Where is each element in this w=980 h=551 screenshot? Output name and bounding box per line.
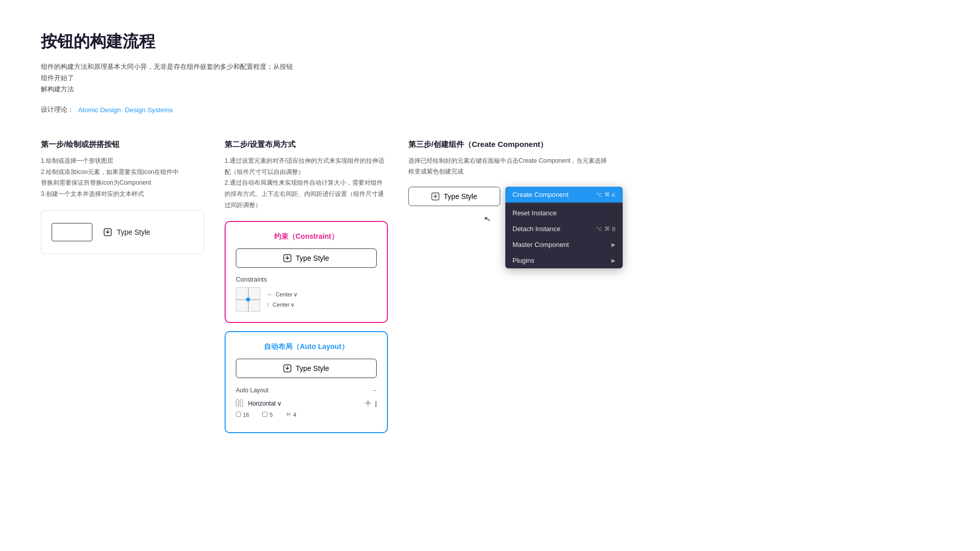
page-description: 组件的构建方法和原理基本大同小异，无非是存在组件嵌套的多少和配置程度；从按钮组件…: [41, 61, 296, 95]
steps-row: 第一步/绘制或拼搭按钮 1.绘制或选择一个形状图层 2.绘制或添加icon元素，…: [41, 140, 572, 441]
al-gap-value: 4: [293, 412, 296, 418]
menu-item-create-component[interactable]: Create Component ⌥ ⌘ K: [505, 187, 623, 203]
constraint-v-icon: ↕: [266, 301, 270, 308]
step1-desc-line2: 2.绘制或添加icon元素，如果需要实现icon在组件中替换则需要保证所替换ic…: [41, 167, 204, 189]
constraint-card: 约束（Constraint） Type Style Constraints: [225, 221, 388, 323]
menu-arrow-master: ▶: [611, 242, 616, 247]
al-top-icon: |: [375, 400, 377, 407]
step2-desc: 1.通过设置元素的对齐/适应拉伸的方式来实现组件的拉伸适配（组件尺寸可以自由调整…: [225, 156, 388, 211]
auto-layout-header: Auto Layout −: [236, 386, 377, 394]
step2-column: 第二步/设置布局方式 1.通过设置元素的对齐/适应拉伸的方式来实现组件的拉伸适配…: [225, 140, 388, 441]
al-spacing-icon: [365, 400, 371, 408]
menu-label-master-component: Master Component: [512, 241, 569, 248]
constraint-v-chevron: ∨: [290, 302, 295, 308]
al-field-height[interactable]: 5: [262, 412, 273, 418]
button-placeholder-box: [52, 223, 92, 241]
theory-label: 设计理论：: [41, 105, 74, 114]
type-style-label-step1: Type Style: [117, 228, 150, 236]
auto-layout-label: Auto Layout: [236, 387, 268, 394]
constraint-h-icon: ↔: [266, 291, 273, 298]
al-direction-chevron: ∨: [277, 400, 282, 407]
constraint-v-row: ↕ Center ∨: [266, 301, 298, 308]
al-direction-icon: [236, 399, 243, 408]
autolayout-card-title: 自动布局（Auto Layout）: [236, 342, 377, 352]
constraint-h-row: ↔ Center ∨: [266, 291, 298, 298]
type-style-button-step3[interactable]: Type Style: [408, 187, 500, 206]
menu-shortcut-detach: ⌥ ⌘ B: [596, 226, 616, 232]
step1-title: 第一步/绘制或拼搭按钮: [41, 140, 204, 149]
atomic-design-link[interactable]: Atomic Design: [78, 106, 121, 114]
b-key: B: [612, 226, 616, 232]
constraint-card-title: 约束（Constraint）: [236, 232, 377, 241]
al-field-gap[interactable]: 4: [286, 412, 296, 418]
page-title: 按钮的构建流程: [41, 31, 572, 53]
step1-column: 第一步/绘制或拼搭按钮 1.绘制或选择一个形状图层 2.绘制或添加icon元素，…: [41, 140, 204, 254]
constraint-h-chevron: ∨: [293, 291, 298, 298]
autolayout-btn-label: Type Style: [296, 364, 329, 372]
al-direction-label: Horizontal: [248, 400, 276, 407]
menu-label-create-component: Create Component: [512, 191, 569, 198]
al-values-row: 16 5: [236, 412, 377, 418]
al-height-icon: [262, 412, 267, 418]
type-style-button-constraint[interactable]: Type Style: [236, 248, 377, 268]
desc-line2: 解构建方法: [41, 85, 74, 93]
menu-item-plugins[interactable]: Plugins ▶: [505, 253, 623, 268]
menu-item-detach-instance[interactable]: Detach Instance ⌥ ⌘ B: [505, 221, 623, 237]
step3-button-area: Type Style Create Component ⌥ ⌘ K Re: [408, 187, 500, 206]
step1-desc-line3: 3.创建一个文本并选择对应的文本样式: [41, 189, 204, 200]
type-style-button-autolayout[interactable]: Type Style: [236, 359, 377, 378]
step1-desc-line1: 1.绘制或选择一个形状图层: [41, 156, 204, 167]
menu-item-master-component[interactable]: Master Component ▶: [505, 237, 623, 253]
k-key: K: [612, 192, 616, 198]
autolayout-card: 自动布局（Auto Layout） Type Style Auto Layout…: [225, 331, 388, 433]
cursor-pointer: ↖: [483, 214, 492, 225]
auto-layout-section: Auto Layout − Horizontal ∨: [236, 386, 377, 418]
svg-rect-6: [263, 412, 267, 417]
constraint-v-select[interactable]: Center ∨: [273, 302, 295, 308]
step2-desc-line1: 1.通过设置元素的对齐/适应拉伸的方式来实现组件的拉伸适配（组件尺寸可以自由调整…: [225, 156, 388, 178]
al-direction-value[interactable]: Horizontal ∨: [248, 400, 282, 407]
page-container: 按钮的构建流程 组件的构建方法和原理基本大同小异，无非是存在组件嵌套的多少和配置…: [0, 0, 612, 472]
design-systems-link[interactable]: Design Systems: [125, 106, 173, 114]
context-menu: Create Component ⌥ ⌘ K Reset Instance De: [505, 187, 623, 268]
al-gap-icon: [286, 412, 291, 418]
constraint-options: ↔ Center ∨ ↕ Center ∨: [266, 291, 298, 308]
type-style-label-step3: Type Style: [444, 192, 477, 201]
step3-title: 第三步/创建组件（Create Component）: [408, 140, 612, 149]
step3-desc: 选择已经绘制好的元素右键在面板中点击Create Component，当元素选择…: [408, 156, 612, 177]
constraints-section: Constraints ↔ Center ∨: [236, 276, 377, 312]
svg-rect-4: [240, 400, 243, 407]
auto-layout-minus-btn[interactable]: −: [373, 386, 377, 394]
cmd-key-2: ⌘: [604, 226, 610, 232]
constraints-visual: ↔ Center ∨ ↕ Center ∨: [236, 287, 377, 312]
step1-preview: Type Style: [41, 210, 204, 254]
download-icon-step1: [103, 227, 113, 237]
menu-shortcut-create-component: ⌥ ⌘ K: [596, 191, 616, 198]
step3-column: 第三步/创建组件（Create Component） 选择已经绘制好的元素右键在…: [408, 140, 612, 206]
type-style-raw-button[interactable]: Type Style: [103, 227, 150, 237]
menu-arrow-plugins: ▶: [611, 258, 616, 263]
al-height-value: 5: [270, 412, 273, 418]
constraint-btn-label: Type Style: [296, 254, 329, 262]
step2-title: 第二步/设置布局方式: [225, 140, 388, 149]
menu-label-reset-instance: Reset Instance: [512, 209, 557, 217]
step2-desc-line2: 2.通过自动布局属性来实现组件自动计算大小，需要对组件的排布方式、上下左右间距、…: [225, 178, 388, 211]
al-width-icon: [236, 412, 241, 418]
menu-item-reset-instance[interactable]: Reset Instance: [505, 205, 623, 221]
al-width-value: 16: [243, 412, 249, 418]
al-field-width[interactable]: 16: [236, 412, 249, 418]
desc-line1: 组件的构建方法和原理基本大同小异，无非是存在组件嵌套的多少和配置程度；从按钮组件…: [41, 63, 293, 82]
al-direction-row: Horizontal ∨ |: [236, 399, 377, 408]
constraint-cross-visual: [236, 287, 260, 312]
constraints-label: Constraints: [236, 276, 377, 283]
menu-label-plugins: Plugins: [512, 257, 534, 264]
step1-desc: 1.绘制或选择一个形状图层 2.绘制或添加icon元素，如果需要实现icon在组…: [41, 156, 204, 199]
constraint-h-select[interactable]: Center ∨: [276, 291, 298, 298]
constraint-v-value: Center: [273, 302, 289, 308]
svg-rect-5: [236, 412, 241, 417]
svg-rect-3: [236, 400, 239, 407]
option-key: ⌥: [596, 191, 602, 198]
cross-center-dot: [246, 297, 250, 302]
menu-label-detach-instance: Detach Instance: [512, 225, 560, 233]
cmd-key: ⌘: [604, 191, 610, 198]
